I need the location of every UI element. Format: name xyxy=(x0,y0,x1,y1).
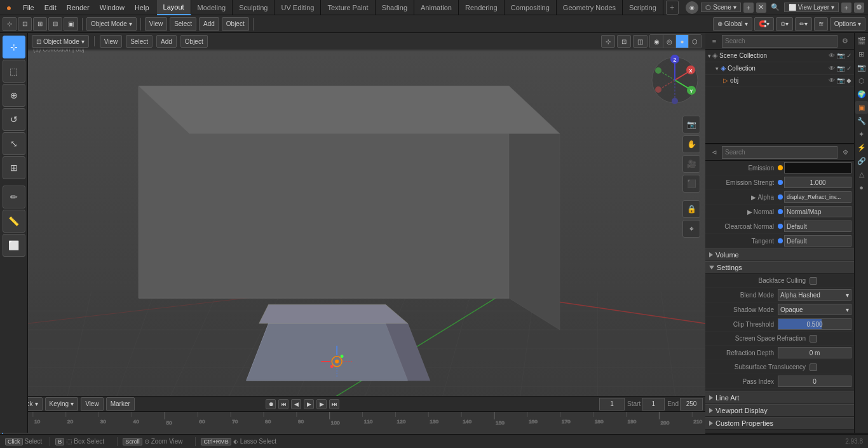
timeline-ruler[interactable]: 1 10 20 30 40 50 60 70 80 90 xyxy=(0,412,705,435)
tool-cursor[interactable]: ⊹ xyxy=(3,36,25,58)
keying-btn[interactable]: Keying ▾ xyxy=(45,397,79,411)
end-frame-input[interactable] xyxy=(680,398,703,411)
vp-object-btn[interactable]: Object xyxy=(180,35,208,48)
ptab-constraints[interactable]: 🔗 xyxy=(855,154,868,167)
move-tool[interactable]: ⊡ xyxy=(18,17,32,31)
ptab-view-layer[interactable]: 📷 xyxy=(855,61,868,74)
view-menu-btn[interactable]: View xyxy=(145,17,168,31)
camera-btn2[interactable]: 🎥 xyxy=(682,155,700,173)
play-btn[interactable]: ▶ xyxy=(304,399,314,409)
menu-window[interactable]: Window xyxy=(95,0,130,15)
annotate-btn[interactable]: ✏▾ xyxy=(795,17,812,31)
alpha-value[interactable]: display_Refract_inv... xyxy=(784,191,851,203)
timeline-view-btn[interactable]: View xyxy=(81,397,104,411)
pass-index-value[interactable]: 0 xyxy=(778,376,851,387)
add-workspace-button[interactable]: + xyxy=(666,1,679,15)
normal-expand-arrow[interactable]: ▶ xyxy=(747,208,752,215)
menu-render[interactable]: Render xyxy=(62,0,95,15)
backface-culling-checkbox[interactable] xyxy=(810,277,817,285)
transform-global-btn[interactable]: ⊕ Global ▾ xyxy=(713,17,752,31)
menu-file[interactable]: File xyxy=(18,0,39,15)
outliner-filter-icon[interactable]: ≡ xyxy=(708,35,721,48)
obj-vis[interactable]: 👁 xyxy=(829,77,835,84)
start-frame-input[interactable] xyxy=(642,398,665,411)
workspace-tab-rendering[interactable]: Rendering xyxy=(459,0,505,15)
object-menu-btn[interactable]: Object xyxy=(222,17,249,31)
jump-end-btn[interactable]: ⏭ xyxy=(329,399,339,409)
vp-overlay-btn[interactable]: ⊡ xyxy=(617,35,631,48)
proportional-btn[interactable]: ⊙▾ xyxy=(776,17,793,31)
sc-render-icon[interactable]: 📷 xyxy=(837,52,844,59)
settings-section-header[interactable]: Settings xyxy=(705,261,854,274)
emission-strength-dot[interactable] xyxy=(778,180,783,185)
record-btn[interactable]: ⏺ xyxy=(266,399,276,409)
normal-value[interactable]: Normal/Map xyxy=(784,206,851,217)
obj-item[interactable]: ▷ obj 👁 📷 ◆ xyxy=(705,75,854,86)
ptab-physics[interactable]: ⚡ xyxy=(855,141,868,154)
tangent-value[interactable]: Default xyxy=(784,235,851,247)
tool-measure[interactable]: 📏 xyxy=(3,210,25,233)
workspace-tab-compositing[interactable]: Compositing xyxy=(505,0,557,15)
workspace-tab-sculpting[interactable]: Sculpting xyxy=(233,0,275,15)
ptab-particles[interactable]: ✦ xyxy=(855,128,868,140)
workspace-tab-layout[interactable]: Layout xyxy=(157,0,191,15)
ptab-object[interactable]: ▣ xyxy=(855,101,868,114)
collection-item[interactable]: ▾ ◈ Collection 👁 📷 ✓ xyxy=(705,62,854,75)
lock-to-camera-btn[interactable]: 🔒 xyxy=(682,200,700,218)
emission-strength-value[interactable]: 1.000 xyxy=(784,177,851,188)
vp-wireframe-btn[interactable]: ⬡ xyxy=(688,35,701,48)
workspace-tab-texture-paint[interactable]: Texture Paint xyxy=(321,0,375,15)
vp-object-mode-btn[interactable]: ⊡ Object Mode ▾ xyxy=(32,35,89,48)
snap-btn3[interactable]: ▣ xyxy=(64,17,78,31)
refraction-depth-value[interactable]: 0 m xyxy=(778,347,851,358)
alpha-expand-arrow[interactable]: ▶ xyxy=(751,194,756,201)
camera-view-btn[interactable]: 📷 xyxy=(682,116,700,133)
workspace-tab-modeling[interactable]: Modeling xyxy=(191,0,233,15)
tool-annotate[interactable]: ✏ xyxy=(3,186,25,208)
scene-selector[interactable]: ⬡ Scene ▾ xyxy=(701,3,740,12)
filter-icon[interactable]: ⚙ xyxy=(854,3,864,13)
add-menu-btn[interactable]: Add xyxy=(199,17,219,31)
tool-add-cube[interactable]: ⬜ xyxy=(3,234,25,257)
emission-dot[interactable] xyxy=(778,165,783,170)
ptab-modifier[interactable]: 🔧 xyxy=(855,114,868,127)
snap-btn2[interactable]: ⊟ xyxy=(48,17,62,31)
workspace-tab-geometry-nodes[interactable]: Geometry Nodes xyxy=(557,0,623,15)
vp-solid-btn[interactable]: ◉ xyxy=(650,35,663,48)
tool-select-box[interactable]: ⬚ xyxy=(3,60,25,83)
view-layer-selector[interactable]: ⬜ View Layer ▾ xyxy=(784,3,839,12)
current-frame-input[interactable] xyxy=(599,398,625,411)
search-icon-top[interactable]: 🔍 xyxy=(769,1,782,14)
alpha-dot[interactable] xyxy=(778,194,783,200)
viewport-display-section-header[interactable]: Viewport Display xyxy=(705,404,854,417)
tool-rotate[interactable]: ↺ xyxy=(3,108,25,131)
menu-help[interactable]: Help xyxy=(130,0,154,15)
scene-collection-item[interactable]: ▾ ◈ Scene Collection 👁 📷 ✓ xyxy=(705,50,854,62)
snap-tool-btn[interactable]: 🧲▾ xyxy=(754,17,774,31)
coll-exclude[interactable]: ✓ xyxy=(846,65,851,72)
clip-threshold-value[interactable]: 0.500 xyxy=(778,318,851,330)
navigation-gizmo[interactable]: X Y Z xyxy=(649,55,700,112)
ptab-data[interactable]: △ xyxy=(855,168,868,180)
jump-start-btn[interactable]: ⏮ xyxy=(278,399,288,409)
line-art-section-header[interactable]: Line Art xyxy=(705,391,854,404)
scene-remove-button[interactable]: ✕ xyxy=(756,3,766,13)
tool-transform[interactable]: ⊞ xyxy=(3,156,25,179)
prop-filter-btn[interactable]: ⚙ xyxy=(839,146,851,159)
viewport-3d[interactable]: ⊡ Object Mode ▾ View Select Add Object ⊹… xyxy=(28,33,705,433)
obj-material-icon[interactable]: ◆ xyxy=(846,77,851,84)
tool-scale[interactable]: ⤡ xyxy=(3,132,25,155)
custom-props-section-header[interactable]: Custom Properties xyxy=(705,417,854,430)
outliner-search-input[interactable] xyxy=(722,35,837,48)
emission-value[interactable] xyxy=(784,162,851,173)
prop-search-input[interactable] xyxy=(722,146,837,159)
options-btn[interactable]: Options ▾ xyxy=(830,17,865,31)
sst-checkbox[interactable] xyxy=(810,363,817,371)
obj-render[interactable]: 📷 xyxy=(837,77,844,84)
user-icon[interactable]: ◉ xyxy=(686,1,698,14)
shadow-mode-dropdown[interactable]: Opaque ▾ xyxy=(778,304,851,315)
prev-frame-btn[interactable]: ◀ xyxy=(291,399,301,409)
zoom-btn[interactable]: ⌖ xyxy=(682,220,700,238)
workspace-tab-uv-editing[interactable]: UV Editing xyxy=(275,0,321,15)
ptab-output[interactable]: ⊞ xyxy=(855,48,868,60)
